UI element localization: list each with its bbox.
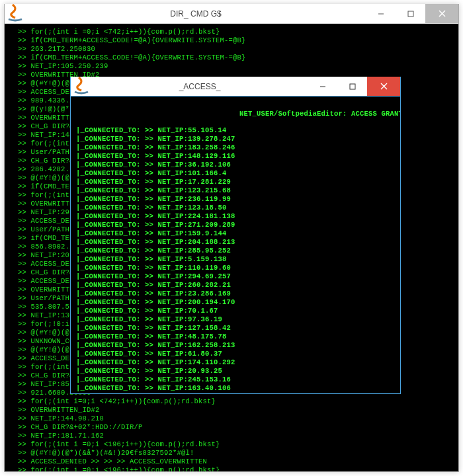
- connection-line: |_CONNECTED_TO: >> NET_IP:260.282.21: [76, 281, 395, 290]
- connection-line: |_CONNECTED_TO: >> NET_IP:5.159.138: [76, 255, 395, 264]
- connection-line: |_CONNECTED_TO: >> NET_IP:123.215.68: [76, 186, 395, 195]
- connection-line: |_CONNECTED_TO: >> NET_IP:101.166.4: [76, 169, 395, 178]
- connection-line: |_CONNECTED_TO: >> NET_IP:236.119.99: [76, 195, 395, 204]
- access-terminal: NET_USER/SoftpediaEditor: ACCESS GRANTED…: [71, 97, 400, 393]
- terminal-line: >> NET_IP:105.250.239: [18, 62, 456, 71]
- terminal-line: >> for(;(int i=0;i <742;i++)){com.p();rd…: [18, 397, 456, 406]
- terminal-line: >> for(;(int i =0;i <742;i++)){com.p();r…: [18, 28, 456, 36]
- terminal-line: >> NET_IP:181.71.162: [18, 432, 456, 440]
- svg-rect-5: [350, 84, 355, 89]
- connection-line: |_CONNECTED_TO: >> NET_IP:162.258.213: [76, 341, 395, 350]
- connection-line: |_CONNECTED_TO: >> NET_IP:139.278.247: [76, 135, 395, 143]
- terminal-line: >> 263.21T2.250830: [18, 45, 456, 54]
- connection-line: |_CONNECTED_TO: >> NET_IP:148.129.116: [76, 152, 395, 161]
- connection-line: |_CONNECTED_TO: >> NET_IP:200.194.170: [76, 298, 395, 307]
- connection-line: |_CONNECTED_TO: >> NET_IP:97.36.19: [76, 315, 395, 324]
- access-titlebar[interactable]: _ACCESS_: [71, 77, 400, 97]
- connection-line: |_CONNECTED_TO: >> NET_IP:271.209.289: [76, 221, 395, 229]
- connection-line: |_CONNECTED_TO: >> NET_IP:61.80.37: [76, 350, 395, 358]
- terminal-line: >> for(;(int i =0;i <196;i++)){com.p();r…: [18, 440, 456, 449]
- connection-line: |_CONNECTED_TO: >> NET_IP:110.119.60: [76, 264, 395, 272]
- connection-line: |_CONNECTED_TO: >> NET_IP:245.252.3: [76, 393, 395, 393]
- close-button[interactable]: [367, 77, 400, 96]
- minimize-button[interactable]: [366, 4, 396, 23]
- access-title: _ACCESS_: [92, 82, 308, 91]
- main-window-controls: [366, 4, 458, 23]
- connection-line: |_CONNECTED_TO: >> NET_IP:204.188.213: [76, 238, 395, 247]
- minimize-button[interactable]: [308, 77, 337, 96]
- connection-line: |_CONNECTED_TO: >> NET_IP:163.40.106: [76, 384, 395, 393]
- terminal-line: >> @(#Y!@)(@*)(&å*)(#&!)29€fs8327592*#@l…: [18, 449, 456, 457]
- connection-line: |_CONNECTED_TO: >> NET_IP:36.192.106: [76, 161, 395, 169]
- main-titlebar[interactable]: DIR_ CMD G$: [5, 4, 458, 24]
- terminal-line: >> ACCESS_DENIED >> >> >> ACCESS_OVERWRI…: [18, 457, 456, 466]
- terminal-line: >> CH_G DIR?&+02*:HDD://DIR/P: [18, 423, 456, 432]
- access-status: NET_USER/SoftpediaEditor: ACCESS GRANTED: [239, 110, 400, 118]
- connection-line: |_CONNECTED_TO: >> NET_IP:245.153.16: [76, 376, 395, 384]
- connection-line: |_CONNECTED_TO: >> NET_IP:123.18.50: [76, 204, 395, 212]
- connection-line: |_CONNECTED_TO: >> NET_IP:285.95.252: [76, 247, 395, 255]
- maximize-button[interactable]: [396, 4, 425, 23]
- terminal-line: >> if(CMD_TERM+ACCESS_CODE!=@A){OVERWRIT…: [18, 36, 456, 45]
- connection-line: |_CONNECTED_TO: >> NET_IP:55.105.14: [76, 126, 395, 135]
- main-title: DIR_ CMD G$: [26, 9, 366, 19]
- connection-line: |_CONNECTED_TO: >> NET_IP:127.158.42: [76, 324, 395, 333]
- connection-line: |_CONNECTED_TO: >> NET_IP:159.9.144: [76, 229, 395, 238]
- connection-line: |_CONNECTED_TO: >> NET_IP:294.69.257: [76, 272, 395, 281]
- terminal-line: >> for(;(int i =0;i <196;i++)){com.p();r…: [18, 466, 456, 471]
- java-icon: [5, 3, 26, 24]
- access-window-controls: [308, 77, 400, 96]
- terminal-line: >> OVERWRITTEN_ID#2: [18, 406, 456, 415]
- terminal-line: >> NET_IP:144.98.218: [18, 415, 456, 423]
- connection-line: |_CONNECTED_TO: >> NET_IP:183.258.246: [76, 143, 395, 152]
- connection-line: |_CONNECTED_TO: >> NET_IP:224.181.138: [76, 212, 395, 221]
- svg-rect-1: [408, 11, 413, 17]
- connection-line: |_CONNECTED_TO: >> NET_IP:20.93.25: [76, 367, 395, 376]
- connection-line: |_CONNECTED_TO: >> NET_IP:174.110.292: [76, 358, 395, 367]
- close-button[interactable]: [425, 4, 458, 23]
- connection-line: |_CONNECTED_TO: >> NET_IP:70.1.67: [76, 307, 395, 315]
- terminal-line: >> if(CMD_TERM+ACCESS_CODE!=@A){OVERWRIT…: [18, 54, 456, 62]
- access-window: _ACCESS_ NET_USER/SoftpediaEditor: ACCES…: [70, 77, 401, 394]
- java-icon: [71, 76, 92, 97]
- connection-line: |_CONNECTED_TO: >> NET_IP:23.286.169: [76, 290, 395, 298]
- connection-line: |_CONNECTED_TO: >> NET_IP:17.281.229: [76, 178, 395, 186]
- connection-line: |_CONNECTED_TO: >> NET_IP:48.175.78: [76, 333, 395, 341]
- maximize-button[interactable]: [337, 77, 367, 96]
